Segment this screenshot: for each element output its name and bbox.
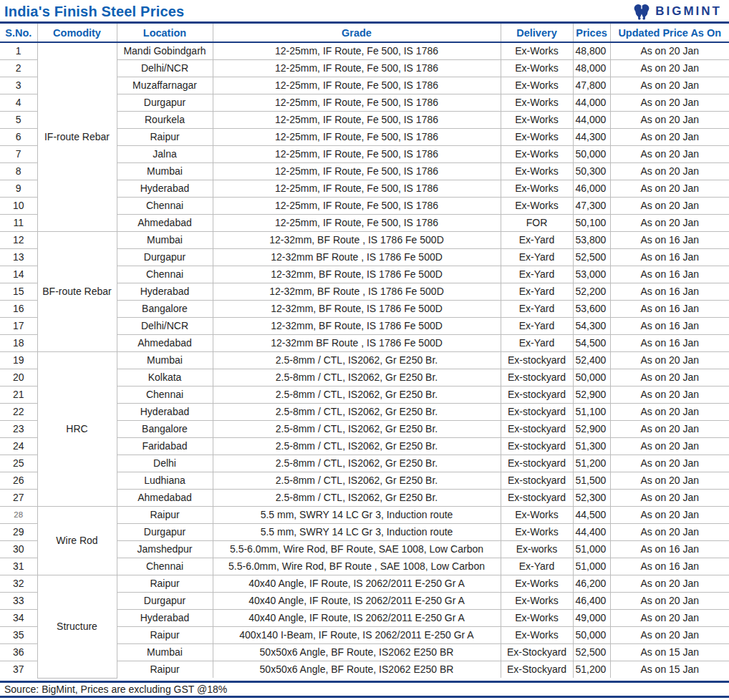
cell-updated: As on 20 Jan — [610, 472, 729, 489]
cell-grade: 12-25mm, IF Route, Fe 500, IS 1786 — [213, 197, 501, 214]
cell-sno: 10 — [0, 197, 37, 214]
cell-delivery: Ex-Stockyard — [501, 643, 573, 661]
cell-price: 44,000 — [573, 94, 610, 111]
cell-updated: As on 20 Jan — [610, 162, 729, 180]
cell-grade: 40x40 Angle, IF Route, IS 2062/2011 E-25… — [213, 609, 501, 626]
cell-price: 49,000 — [573, 609, 610, 626]
cell-location: Ludhiana — [117, 472, 213, 489]
cell-updated: As on 16 Jan — [610, 248, 729, 266]
table-row: 1IF-route RebarMandi Gobindgarh12-25mm, … — [0, 42, 729, 59]
cell-updated: As on 20 Jan — [610, 351, 729, 369]
cell-delivery: Ex-Works — [501, 609, 573, 626]
cell-grade: 12-25mm, IF Route, Fe 500, IS 1786 — [213, 94, 501, 111]
cell-price: 51,000 — [573, 558, 610, 575]
cell-grade: 2.5-8mm / CTL, IS2062, Gr E250 Br. — [213, 386, 501, 403]
cell-sno: 34 — [0, 609, 37, 626]
cell-delivery: Ex-works — [501, 540, 573, 558]
cell-grade: 50x50x6 Angle, BF Route, IS2062 E250 BR — [213, 661, 501, 678]
cell-delivery: Ex-Works — [501, 145, 573, 162]
col-header-location: Location — [117, 24, 213, 42]
cell-grade: 2.5-8mm / CTL, IS2062, Gr E250 Br. — [213, 369, 501, 386]
cell-location: Ahmedabad — [117, 334, 213, 351]
cell-sno: 11 — [0, 214, 37, 231]
brand-name: BIGMINT — [655, 4, 722, 19]
cell-delivery: Ex-stockyard — [501, 386, 573, 403]
brand: BIGMINT — [632, 2, 725, 21]
cell-delivery: Ex-Works — [501, 128, 573, 145]
col-header-prices: Prices — [573, 24, 610, 42]
cell-location: Chennai — [117, 558, 213, 575]
cell-grade: 12-25mm, IF Route, Fe 500, IS 1786 — [213, 180, 501, 197]
cell-grade: 2.5-8mm / CTL, IS2062, Gr E250 Br. — [213, 489, 501, 506]
cell-sno: 33 — [0, 592, 37, 609]
cell-price: 51,000 — [573, 540, 610, 558]
cell-delivery: Ex-Works — [501, 197, 573, 214]
cell-price: 53,600 — [573, 300, 610, 317]
cell-price: 46,000 — [573, 180, 610, 197]
cell-location: Ahmedabad — [117, 214, 213, 231]
cell-grade: 5.5 mm, SWRY 14 LC Gr 3, Induction route — [213, 506, 501, 523]
cell-location: Mumbai — [117, 351, 213, 369]
cell-sno: 8 — [0, 162, 37, 180]
cell-sno: 21 — [0, 386, 37, 403]
cell-price: 51,500 — [573, 472, 610, 489]
cell-grade: 12-25mm, IF Route, Fe 500, IS 1786 — [213, 77, 501, 94]
cell-updated: As on 20 Jan — [610, 609, 729, 626]
cell-sno: 6 — [0, 128, 37, 145]
cell-delivery: Ex-stockyard — [501, 454, 573, 472]
cell-delivery: Ex-Yard — [501, 317, 573, 334]
cell-grade: 12-32mm, BF Route, IS 1786 Fe 500D — [213, 300, 501, 317]
cell-updated: As on 16 Jan — [610, 266, 729, 283]
table-row: 19HRCMumbai2.5-8mm / CTL, IS2062, Gr E25… — [0, 351, 729, 369]
cell-sno: 31 — [0, 558, 37, 575]
cell-grade: 5.5-6.0mm, Wire Rod, BF Route , SAE 1008… — [213, 558, 501, 575]
cell-delivery: Ex-Works — [501, 592, 573, 609]
cell-commodity: Structure — [37, 575, 117, 678]
col-header-delivery: Delivery — [501, 24, 573, 42]
cell-sno: 22 — [0, 403, 37, 420]
cell-updated: As on 20 Jan — [610, 489, 729, 506]
cell-price: 44,400 — [573, 523, 610, 540]
cell-location: Hyderabad — [117, 609, 213, 626]
cell-commodity: BF-route Rebar — [37, 231, 117, 351]
cell-sno: 19 — [0, 351, 37, 369]
cell-sno: 9 — [0, 180, 37, 197]
cell-updated: As on 16 Jan — [610, 283, 729, 300]
cell-delivery: Ex-Yard — [501, 283, 573, 300]
cell-updated: As on 20 Jan — [610, 386, 729, 403]
cell-grade: 12-25mm, IF Route, Fe 500, IS 1786 — [213, 214, 501, 231]
cell-grade: 12-25mm, IF Route, Fe 500, IS 1786 — [213, 145, 501, 162]
cell-location: Faridabad — [117, 437, 213, 454]
cell-updated: As on 20 Jan — [610, 437, 729, 454]
cell-sno: 27 — [0, 489, 37, 506]
cell-grade: 2.5-8mm / CTL, IS2062, Gr E250 Br. — [213, 472, 501, 489]
cell-updated: As on 20 Jan — [610, 369, 729, 386]
cell-location: Chennai — [117, 386, 213, 403]
cell-location: Hyderabad — [117, 180, 213, 197]
cell-commodity: Wire Rod — [37, 506, 117, 575]
cell-price: 52,200 — [573, 283, 610, 300]
cell-sno: 16 — [0, 300, 37, 317]
cell-updated: As on 20 Jan — [610, 403, 729, 420]
cell-sno: 2 — [0, 59, 37, 77]
cell-delivery: Ex-stockyard — [501, 472, 573, 489]
cell-price: 51,200 — [573, 454, 610, 472]
bigmint-elephant-icon — [632, 2, 651, 21]
cell-commodity: IF-route Rebar — [37, 42, 117, 231]
cell-delivery: Ex-Yard — [501, 248, 573, 266]
cell-price: 54,500 — [573, 334, 610, 351]
table-row: 12BF-route RebarMumbai12-32mm, BF Route … — [0, 231, 729, 248]
cell-price: 50,100 — [573, 214, 610, 231]
cell-updated: As on 20 Jan — [610, 506, 729, 523]
cell-sno: 37 — [0, 661, 37, 678]
cell-grade: 12-32mm, BF Route , IS 1786 Fe 500D — [213, 283, 501, 300]
page-title: India's Finish Steel Prices — [4, 4, 184, 20]
cell-location: Mandi Gobindgarh — [117, 42, 213, 59]
cell-location: Chennai — [117, 266, 213, 283]
cell-grade: 12-25mm, IF Route, Fe 500, IS 1786 — [213, 162, 501, 180]
cell-price: 44,300 — [573, 128, 610, 145]
cell-sno: 36 — [0, 643, 37, 661]
cell-sno: 5 — [0, 111, 37, 128]
cell-delivery: Ex-Works — [501, 180, 573, 197]
cell-grade: 12-32mm, BF Route, IS 1786 Fe 500D — [213, 266, 501, 283]
